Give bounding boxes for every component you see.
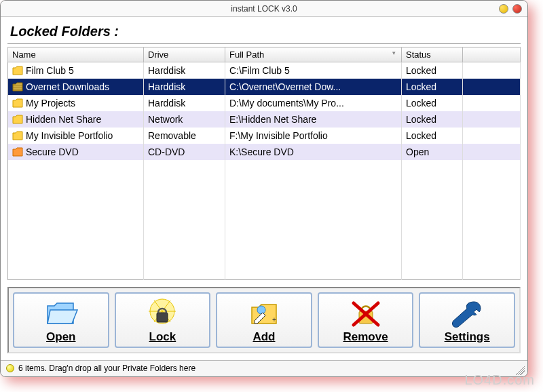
row-path: C:\Film Club 5 xyxy=(225,62,402,79)
row-name: Overnet Downloads xyxy=(26,81,109,92)
row-drive: Removable xyxy=(144,128,225,144)
svg-text:+: + xyxy=(272,316,276,324)
row-name: Hidden Net Share xyxy=(26,114,101,125)
table-row[interactable]: Hidden Net ShareNetworkE:\Hidden Net Sha… xyxy=(8,111,521,128)
row-status: Locked xyxy=(402,111,463,128)
svg-rect-1 xyxy=(157,313,168,322)
folder-icon xyxy=(12,82,23,92)
add-folder-icon: + xyxy=(246,298,282,329)
row-status: Locked xyxy=(402,62,463,79)
row-path: D:\My documents\My Pro... xyxy=(225,95,402,111)
lock-button[interactable]: Lock xyxy=(115,292,211,348)
folder-icon xyxy=(12,131,23,140)
table-row-empty xyxy=(8,250,521,264)
table-row[interactable]: Overnet DownloadsHarddiskC:\Overnet\Over… xyxy=(8,79,521,95)
table-row-empty xyxy=(8,175,521,190)
remove-label: Remove xyxy=(343,330,388,344)
titlebar[interactable]: instant LOCK v3.0 xyxy=(1,1,527,17)
row-name: Secure DVD xyxy=(26,146,79,157)
status-text: 6 items. Drag'n drop all your Private Fo… xyxy=(18,364,195,373)
col-spacer xyxy=(463,47,521,62)
table-row[interactable]: My ProjectsHarddiskD:\My documents\My Pr… xyxy=(8,95,521,111)
remove-lock-icon xyxy=(348,298,383,329)
open-folder-icon xyxy=(43,298,79,329)
table-row-empty xyxy=(8,235,521,250)
row-drive: CD-DVD xyxy=(144,144,225,160)
window-title: instant LOCK v3.0 xyxy=(231,4,297,14)
svg-point-2 xyxy=(257,306,265,314)
row-path: F:\My Invisible Portfolio xyxy=(225,128,402,144)
folder-icon xyxy=(12,115,23,124)
row-status: Open xyxy=(402,144,463,160)
folders-table: Name Drive Full Path Status Film Club 5H… xyxy=(7,47,521,280)
lightbulb-icon xyxy=(6,364,14,372)
settings-label: Settings xyxy=(445,330,490,344)
window-controls xyxy=(499,4,522,14)
row-status: Locked xyxy=(402,95,463,111)
wrench-icon xyxy=(449,298,485,329)
settings-button[interactable]: Settings xyxy=(419,292,515,348)
statusbar: 6 items. Drag'n drop all your Private Fo… xyxy=(1,360,527,376)
folder-icon xyxy=(12,98,23,108)
table-row[interactable]: Secure DVDCD-DVDK:\Secure DVDOpen xyxy=(8,144,521,160)
table-row[interactable]: My Invisible PortfolioRemovableF:\My Inv… xyxy=(8,128,521,144)
section-title: Locked Folders : xyxy=(7,22,521,44)
table-row-empty xyxy=(8,160,521,175)
minimize-button[interactable] xyxy=(499,4,508,14)
content-area: Locked Folders : Name Drive Full Path St… xyxy=(1,17,527,360)
row-drive: Harddisk xyxy=(144,79,225,95)
folder-icon xyxy=(12,66,23,75)
col-name[interactable]: Name xyxy=(8,47,144,62)
row-status: Locked xyxy=(402,128,463,144)
open-label: Open xyxy=(46,330,75,344)
row-name: My Projects xyxy=(26,98,75,109)
row-name: My Invisible Portfolio xyxy=(26,130,113,141)
row-path: E:\Hidden Net Share xyxy=(225,111,402,128)
table-row-empty xyxy=(8,220,521,235)
row-drive: Harddisk xyxy=(144,95,225,111)
row-path: C:\Overnet\Overnet Dow... xyxy=(225,79,402,95)
row-path: K:\Secure DVD xyxy=(225,144,402,160)
table-header-row: Name Drive Full Path Status xyxy=(8,47,521,62)
close-button[interactable] xyxy=(512,4,522,14)
row-status: Locked xyxy=(402,79,463,95)
table-row-empty xyxy=(8,190,521,205)
add-button[interactable]: + Add xyxy=(216,292,312,348)
remove-button[interactable]: Remove xyxy=(318,292,414,348)
toolbar: Open Lock xyxy=(7,287,521,353)
add-label: Add xyxy=(252,330,275,344)
watermark: LO4D.com xyxy=(464,372,535,388)
open-button[interactable]: Open xyxy=(13,292,109,348)
app-window: instant LOCK v3.0 Locked Folders : Name … xyxy=(0,0,528,377)
col-drive[interactable]: Drive xyxy=(144,47,225,62)
row-name: Film Club 5 xyxy=(26,65,74,76)
row-drive: Network xyxy=(144,111,225,128)
col-path[interactable]: Full Path xyxy=(225,47,402,62)
table-row-empty xyxy=(8,205,521,220)
col-status[interactable]: Status xyxy=(402,47,463,62)
table-row-empty xyxy=(8,264,521,279)
table-row[interactable]: Film Club 5HarddiskC:\Film Club 5Locked xyxy=(8,62,521,79)
folder-icon xyxy=(12,147,23,157)
lock-icon xyxy=(145,298,180,329)
lock-label: Lock xyxy=(149,330,176,344)
row-drive: Harddisk xyxy=(144,62,225,79)
